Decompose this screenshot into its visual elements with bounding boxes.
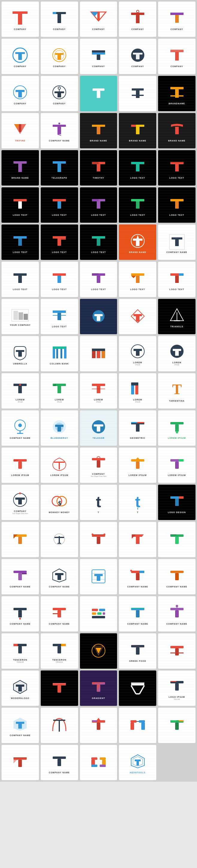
logo-card-33[interactable]: LOGO TEXT — [79, 224, 118, 260]
logo-card-82[interactable]: COMPANY NAME — [40, 596, 78, 632]
logo-card-2[interactable]: COMPANY — [40, 1, 78, 37]
logo-card-65[interactable]: lorem ipsum — [158, 447, 196, 483]
logo-card-103[interactable] — [79, 745, 118, 780]
logo-card-45[interactable]: TRIANGLE — [158, 299, 196, 335]
logo-card-67[interactable]: $ MONKEY MONEY — [40, 484, 78, 520]
logo-card-12[interactable]: COMPANY — [40, 75, 78, 112]
logo-card-60[interactable]: lorem ipsum — [158, 410, 196, 446]
logo-card-80[interactable]: COMPANY NAME — [158, 559, 196, 595]
logo-card-73[interactable] — [79, 522, 118, 557]
logo-card-40[interactable]: LOGO TEXT — [158, 261, 196, 297]
logo-card-52[interactable]: LOREM IPSUM — [40, 373, 78, 409]
logo-card-36[interactable]: LOGO TEXT — [1, 261, 39, 297]
logo-card-62[interactable]: lorem ipsum — [40, 447, 78, 483]
logo-card-77[interactable]: COMPANY NAME — [40, 559, 78, 595]
logo-card-24[interactable]: LOGO TEXT — [119, 150, 157, 186]
logo-card-42[interactable]: LOGO TEXT — [40, 299, 78, 335]
logo-card-91[interactable]: MODERNLOGO — [1, 670, 39, 706]
logo-card-79[interactable]: COMPANY NAME — [119, 559, 157, 595]
logo-card-18[interactable]: BRAND NAME — [79, 113, 118, 149]
logo-card-22[interactable]: TELEGRAPH — [40, 150, 78, 186]
logo-card-13[interactable] — [79, 75, 118, 112]
logo-card-14[interactable] — [119, 75, 157, 112]
logo-card-19[interactable]: BRAND NAME — [119, 113, 157, 149]
logo-card-34[interactable]: BRAND NAME — [119, 224, 157, 260]
logo-card-102[interactable]: COMPANY NAME — [40, 745, 78, 780]
logo-card-30[interactable]: LOGO TEXT — [158, 187, 196, 223]
logo-card-3[interactable]: COMPANY — [79, 1, 118, 37]
logo-card-16[interactable]: TriFire — [1, 113, 39, 149]
logo-card-87[interactable]: TENCERON PREMIUM — [40, 633, 78, 669]
logo-card-93[interactable]: GRADIENT — [79, 670, 118, 706]
logo-card-15[interactable]: BRANDNAME — [158, 75, 196, 112]
logo-card-68[interactable]: t t — [79, 484, 118, 520]
logo-card-10[interactable]: COMPANY — [158, 38, 196, 74]
logo-card-11[interactable]: COMPANY — [1, 75, 39, 112]
logo-card-4[interactable]: COMPANY — [119, 1, 157, 37]
logo-card-55[interactable]: T TARIENTINA — [158, 373, 196, 409]
logo-card-48[interactable] — [79, 336, 118, 372]
logo-card-49[interactable]: LOREM IPSUM — [119, 336, 157, 372]
logo-card-71[interactable] — [1, 522, 39, 557]
logo-card-94[interactable] — [119, 670, 157, 706]
logo-card-26[interactable]: LOGO TEXT — [1, 187, 39, 223]
logo-card-88[interactable] — [79, 633, 118, 669]
logo-card-8[interactable]: COMPANY — [79, 38, 118, 74]
logo-card-95[interactable]: LOGO IPSUM TAGLINE — [158, 670, 196, 706]
logo-card-6[interactable]: COMPANY — [1, 38, 39, 74]
logo-card-81[interactable]: COMPANY NAME — [1, 596, 39, 632]
logo-card-21[interactable]: BRAND NAME — [1, 150, 39, 186]
logo-card-41[interactable]: YOUR COMPANY — [1, 299, 39, 335]
logo-card-74[interactable] — [119, 522, 157, 557]
logo-card-29[interactable]: LOGO TEXT — [119, 187, 157, 223]
logo-card-54[interactable]: LOREM IPSUM — [119, 373, 157, 409]
logo-card-32[interactable]: LOGO TEXT — [40, 224, 78, 260]
logo-card-66[interactable]: COMPANY Your Slogan Goes Here — [1, 484, 39, 520]
logo-card-63[interactable]: COMPANY Your Slogan Goes Here — [79, 447, 118, 483]
logo-card-89[interactable]: GREEK FOOD — [119, 633, 157, 669]
logo-card-50[interactable]: LOREM IPSUM — [158, 336, 196, 372]
logo-card-5[interactable]: COMPANY — [158, 1, 196, 37]
logo-card-75[interactable] — [158, 522, 196, 557]
logo-card-43[interactable] — [79, 299, 118, 335]
logo-card-61[interactable]: lorem ipsum — [1, 447, 39, 483]
logo-card-84[interactable]: COMPANY NAME — [119, 596, 157, 632]
logo-card-35[interactable]: COMPANY NAME — [158, 224, 196, 260]
logo-card-76[interactable]: COMPANY NAME — [1, 559, 39, 595]
logo-card-78[interactable] — [79, 559, 118, 595]
logo-card-31[interactable]: LOGO TEXT — [1, 224, 39, 260]
logo-card-72[interactable] — [40, 522, 78, 557]
logo-card-38[interactable]: LOGO TEXT — [79, 261, 118, 297]
logo-card-1[interactable]: COMPANY — [1, 1, 39, 37]
logo-card-83[interactable] — [79, 596, 118, 632]
logo-card-23[interactable]: TIMOTHY — [79, 150, 118, 186]
logo-card-25[interactable]: LOGO TEXT — [158, 150, 196, 186]
logo-card-17[interactable]: COMPANY NAME — [40, 113, 78, 149]
logo-card-27[interactable]: LOGO TEXT — [40, 187, 78, 223]
logo-card-57[interactable]: BlueEnergy — [40, 410, 78, 446]
logo-card-7[interactable]: COMPANY — [40, 38, 78, 74]
logo-card-86[interactable]: TENCERON PREMIUM — [1, 633, 39, 669]
logo-card-96[interactable]: COMPANY NAME — [1, 707, 39, 743]
logo-card-59[interactable]: GEOMETRIC — [119, 410, 157, 446]
logo-card-90[interactable] — [158, 633, 196, 669]
logo-card-58[interactable]: Telesor — [79, 410, 118, 446]
logo-card-47[interactable]: COLUMN BANK — [40, 336, 78, 372]
logo-card-64[interactable]: lorem ipsum — [119, 447, 157, 483]
logo-card-44[interactable] — [119, 299, 157, 335]
logo-card-51[interactable]: LOREM IPSUM — [1, 373, 39, 409]
logo-card-46[interactable]: Umbrella — [1, 336, 39, 372]
logo-card-101[interactable] — [1, 745, 39, 780]
logo-card-92[interactable] — [40, 670, 78, 706]
logo-card-98[interactable] — [79, 707, 118, 743]
logo-card-53[interactable]: LOREM IPSUM — [79, 373, 118, 409]
logo-card-56[interactable]: COMPANY NAME — [1, 410, 39, 446]
logo-card-99[interactable] — [119, 707, 157, 743]
logo-card-97[interactable] — [40, 707, 78, 743]
logo-card-70[interactable]: LOGO DESIGN — [158, 484, 196, 520]
logo-card-37[interactable]: LOGO TEXT — [40, 261, 78, 297]
logo-card-9[interactable]: COMPANY — [119, 38, 157, 74]
logo-card-69[interactable]: t t — [119, 484, 157, 520]
logo-card-28[interactable]: LOGO TEXT — [79, 187, 118, 223]
logo-card-85[interactable]: COMPANY NAME — [158, 596, 196, 632]
